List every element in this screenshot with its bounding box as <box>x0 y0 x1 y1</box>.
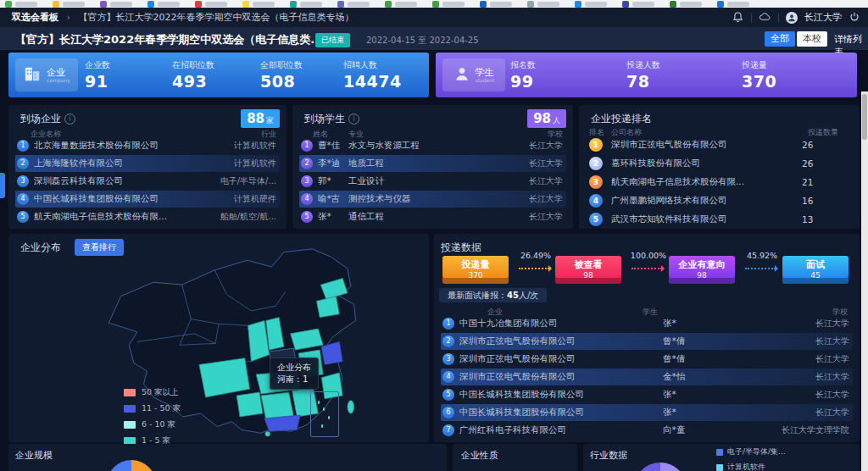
bookmark-item[interactable] <box>242 1 275 8</box>
ranking-row[interactable]: 3 航天南湖电子信息技术股份有限... 21 <box>586 173 853 191</box>
company-name: 中国长城科技集团股份有限公司 <box>34 193 234 205</box>
student-name: 喻*吉 <box>318 193 348 205</box>
bookmark-item[interactable] <box>527 1 559 8</box>
student-school: 长江大学 <box>529 175 566 187</box>
industry: 船舶/航空/航... <box>220 211 280 223</box>
bookmark-item[interactable] <box>100 1 132 8</box>
stat-delivery-count: 投递量370 <box>742 59 776 91</box>
student-card-label: 学生 <box>476 68 495 77</box>
student-name: 张* <box>318 211 348 223</box>
table-row[interactable]: 4 中国长城科技集团股份有限公司 计算机硬件 <box>15 191 280 208</box>
bookmark-item[interactable] <box>195 1 227 8</box>
bookmark-item[interactable] <box>147 1 180 8</box>
table-row[interactable]: 2 上海海隆软件有限公司 计算机软件 <box>15 155 280 172</box>
interview-row[interactable]: 7 广州红科电子科技有限公司 向*童 长江大学文理学院 <box>441 422 853 439</box>
rank-number: 7 <box>442 424 454 436</box>
table-row[interactable]: 2 李*迪 地质工程 长江大学 <box>299 155 566 172</box>
bookmark-favicon <box>5 1 12 8</box>
bookmark-item[interactable] <box>432 1 465 8</box>
company-card-label: 企业 <box>47 68 70 77</box>
china-map[interactable] <box>24 246 414 437</box>
industry-data-panel: 行业数据 电子/半导体/集... 计算机软件 <box>583 444 860 471</box>
interview-row[interactable]: 6 中国长城科技集团股份有限公司 张* 长江大学 <box>441 404 853 421</box>
rank-number: 3 <box>17 175 29 187</box>
side-widget-tab[interactable] <box>0 173 5 198</box>
ranking-title: 企业投递排名 <box>591 113 652 125</box>
table-row[interactable]: 4 喻*吉 测控技术与仪器 长江大学 <box>299 191 566 208</box>
bookmark-item[interactable] <box>717 1 749 8</box>
filter-school-button[interactable]: 本校 <box>797 31 827 47</box>
filter-all-button[interactable]: 全部 <box>765 31 795 47</box>
logout-power-icon[interactable] <box>849 11 861 24</box>
student-name: 曾*倩 <box>663 353 815 365</box>
table-row[interactable]: 3 郭* 工业设计 长江大学 <box>299 173 566 190</box>
browser-bookmarks-bar[interactable] <box>0 0 868 8</box>
company-card-tile: 企业 company <box>15 58 78 91</box>
interview-row[interactable]: 3 深圳市正弦电气股份有限公司 曾*倩 长江大学 <box>441 351 853 368</box>
student-name: 李*迪 <box>318 158 348 169</box>
bookmark-label <box>680 2 702 7</box>
bookmark-label <box>63 2 85 7</box>
scrollbar-thumb[interactable] <box>862 94 867 140</box>
vertical-scrollbar[interactable] <box>861 91 868 471</box>
bookmark-item[interactable] <box>337 1 370 8</box>
student-major: 工业设计 <box>348 175 529 187</box>
bookmark-item[interactable] <box>385 1 417 8</box>
bookmark-item[interactable] <box>575 1 607 8</box>
legend-label: 6 - 10 家 <box>142 419 175 430</box>
user-name[interactable]: 长江大学 <box>804 11 842 24</box>
interview-row[interactable]: 2 深圳市正弦电气股份有限公司 曾*倩 长江大学 <box>441 333 853 350</box>
funnel-title: 投递数据 <box>441 241 481 253</box>
rank-number: 1 <box>442 318 454 330</box>
table-row[interactable]: 5 张* 通信工程 长江大学 <box>299 208 566 225</box>
student-card-tile: 学生 student <box>442 58 505 91</box>
table-row[interactable]: 5 航天南湖电子信息技术股份有限... 船舶/航空/航... <box>15 208 280 225</box>
legend-swatch <box>716 449 723 456</box>
divider <box>778 13 779 23</box>
table-row[interactable]: 1 曹*佳 水文与水资源工程 长江大学 <box>299 137 566 154</box>
student-name: 张* <box>663 318 815 330</box>
industry-legend: 电子/半导体/集... 计算机软件 <box>716 446 786 471</box>
student-school: 长江大学 <box>529 193 566 205</box>
ranking-row[interactable]: 4 广州墨鹏韬网络技术有限公司 16 <box>586 191 853 210</box>
table-row[interactable]: 3 深圳磊云科技有限公司 电子/半导体/... <box>15 173 280 190</box>
bronze-medal-icon: 3 <box>589 175 603 189</box>
bookmark-favicon <box>575 1 581 8</box>
ranking-row[interactable]: 5 武汉市芯知软件科技有限公司 13 <box>586 210 853 229</box>
bookmark-item[interactable] <box>670 1 702 8</box>
bookmark-item[interactable] <box>480 1 512 8</box>
cloud-sync-icon[interactable] <box>759 11 771 24</box>
info-icon[interactable]: i <box>348 114 359 125</box>
company-name: 深圳市正弦电气股份有限公司 <box>459 353 663 365</box>
bookmark-item[interactable] <box>622 1 654 8</box>
bookmark-item[interactable] <box>5 1 37 8</box>
interview-row[interactable]: 1 中国十九冶集团有限公司 张* 长江大学 <box>441 315 853 332</box>
table-row[interactable]: 1 北京海量数据技术股份有限公司 计算机软件 <box>15 137 280 154</box>
student-stats-card: 学生 student 报名数99 投递人数78 投递量370 <box>436 53 857 97</box>
interview-row[interactable]: 5 中国长城科技集团股份有限公司 张* 长江大学 <box>441 386 853 403</box>
breadcrumb-root[interactable]: 双选会看板 <box>12 12 58 23</box>
ranking-row[interactable]: 1 深圳市正弦电气股份有限公司 26 <box>586 136 853 154</box>
school-name: 长江大学 <box>815 318 853 330</box>
bookmark-item[interactable] <box>53 1 85 8</box>
legend-label: 电子/半导体/集... <box>727 446 786 457</box>
student-name: 曾*倩 <box>663 335 815 347</box>
interview-row[interactable]: 4 深圳市正弦电气股份有限公司 金*怡 长江大学 <box>441 368 853 385</box>
school-name: 长江大学 <box>815 335 853 347</box>
bookmark-label <box>348 2 370 7</box>
bell-icon[interactable] <box>732 11 744 24</box>
info-icon[interactable]: i <box>64 114 75 125</box>
industry-pie <box>634 463 687 471</box>
ranking-row[interactable]: 2 嘉环科技股份有限公司 26 <box>586 154 853 173</box>
student-school: 长江大学 <box>529 140 566 152</box>
silver-medal-icon: 2 <box>589 157 603 170</box>
student-major: 水文与水资源工程 <box>348 140 529 152</box>
bookmark-item[interactable] <box>290 1 322 8</box>
user-avatar[interactable] <box>786 12 798 24</box>
industry: 电子/半导体/... <box>220 175 280 187</box>
gold-medal-icon: 1 <box>589 138 603 152</box>
rank-number: 5 <box>17 211 29 223</box>
arrow-right-icon <box>745 268 776 269</box>
stat-all-positions: 全部职位数508 <box>260 59 303 91</box>
bookmark-favicon <box>717 1 724 8</box>
